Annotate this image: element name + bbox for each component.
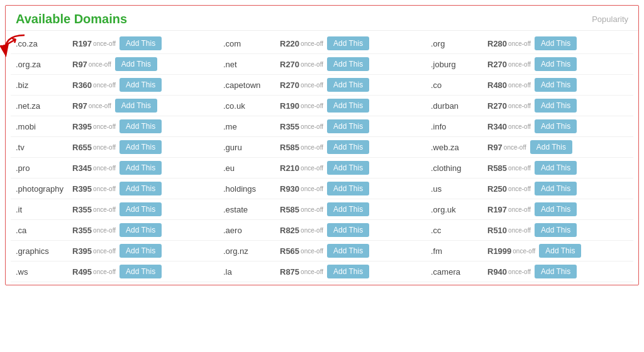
add-this-button[interactable]: Add This bbox=[535, 161, 577, 175]
domain-price: R655 bbox=[72, 143, 92, 152]
add-this-button[interactable]: Add This bbox=[327, 119, 369, 133]
domain-name: .camera bbox=[431, 267, 487, 277]
domain-price: R395 bbox=[72, 246, 92, 256]
add-this-button[interactable]: Add This bbox=[327, 244, 369, 258]
add-this-button[interactable]: Add This bbox=[115, 57, 157, 71]
domain-name: .graphics bbox=[16, 246, 72, 256]
domain-name: .mobi bbox=[16, 122, 72, 131]
domain-once-off: once-off bbox=[301, 227, 323, 234]
domain-once-off: once-off bbox=[93, 165, 116, 172]
domain-row: .photographyR395 once-offAdd This bbox=[11, 179, 218, 199]
domain-name: .org.uk bbox=[431, 205, 487, 214]
domain-name: .net bbox=[223, 60, 280, 69]
title-available: Available bbox=[16, 12, 70, 26]
domain-name: .capetown bbox=[223, 80, 280, 90]
domain-row: .estateR585 once-offAdd This bbox=[218, 199, 426, 220]
add-this-button[interactable]: Add This bbox=[535, 202, 577, 216]
domain-row: .wsR495 once-offAdd This bbox=[11, 261, 218, 282]
add-this-button[interactable]: Add This bbox=[119, 36, 162, 50]
domain-name: .co.uk bbox=[223, 101, 280, 111]
domain-row: .org.nzR565 once-offAdd This bbox=[218, 241, 426, 261]
domain-price: R270 bbox=[487, 101, 507, 111]
domain-price: R510 bbox=[487, 226, 507, 235]
domain-once-off: once-off bbox=[504, 144, 526, 151]
add-this-button[interactable]: Add This bbox=[535, 223, 577, 237]
add-this-button[interactable]: Add This bbox=[327, 140, 369, 154]
add-this-button[interactable]: Add This bbox=[119, 161, 162, 175]
add-this-button[interactable]: Add This bbox=[530, 140, 572, 154]
add-this-button[interactable]: Add This bbox=[539, 244, 581, 258]
domain-once-off: once-off bbox=[508, 165, 531, 172]
domain-price: R355 bbox=[280, 122, 299, 131]
domain-name: .aero bbox=[223, 226, 280, 235]
add-this-button[interactable]: Add This bbox=[535, 99, 577, 113]
domain-price: R270 bbox=[280, 80, 299, 90]
add-this-button[interactable]: Add This bbox=[327, 202, 369, 216]
domain-row: .infoR340 once-offAdd This bbox=[426, 116, 633, 137]
domain-name: .info bbox=[431, 122, 487, 131]
domain-price: R585 bbox=[487, 163, 507, 173]
add-this-button[interactable]: Add This bbox=[119, 140, 162, 154]
domain-name: .joburg bbox=[431, 60, 487, 69]
domain-once-off: once-off bbox=[301, 61, 323, 68]
add-this-button[interactable]: Add This bbox=[119, 78, 162, 92]
domain-row: .caR355 once-offAdd This bbox=[11, 220, 218, 241]
add-this-button[interactable]: Add This bbox=[535, 57, 577, 71]
domain-once-off: once-off bbox=[301, 102, 323, 109]
domain-price: R190 bbox=[280, 101, 299, 111]
domain-name: .co.za bbox=[16, 39, 72, 48]
add-this-button[interactable]: Add This bbox=[119, 202, 162, 216]
domain-price: R495 bbox=[72, 267, 92, 277]
red-arrow-icon: ⟶ bbox=[0, 32, 20, 54]
domain-name: .cc bbox=[431, 226, 487, 235]
domain-name: .com bbox=[223, 39, 280, 48]
domain-price: R940 bbox=[487, 267, 507, 277]
add-this-button[interactable]: Add This bbox=[119, 182, 162, 195]
domain-once-off: once-off bbox=[301, 248, 323, 255]
domain-price: R395 bbox=[72, 184, 92, 194]
domain-price: R360 bbox=[72, 80, 92, 90]
add-this-button[interactable]: Add This bbox=[119, 265, 162, 278]
add-this-button[interactable]: Add This bbox=[119, 119, 162, 133]
add-this-button[interactable]: Add This bbox=[119, 244, 162, 258]
add-this-button[interactable]: Add This bbox=[327, 265, 369, 278]
domain-once-off: once-off bbox=[93, 144, 116, 151]
domain-once-off: once-off bbox=[93, 40, 116, 47]
add-this-button[interactable]: Add This bbox=[327, 78, 369, 92]
add-this-button[interactable]: Add This bbox=[535, 265, 577, 278]
domain-once-off: once-off bbox=[508, 206, 531, 213]
add-this-button[interactable]: Add This bbox=[327, 36, 369, 50]
domain-once-off: once-off bbox=[301, 40, 323, 47]
domain-once-off: once-off bbox=[93, 123, 116, 130]
add-this-button[interactable]: Add This bbox=[535, 182, 577, 195]
domain-name: .org.nz bbox=[223, 246, 280, 256]
add-this-button[interactable]: Add This bbox=[535, 119, 577, 133]
add-this-button[interactable]: Add This bbox=[535, 78, 577, 92]
add-this-button[interactable]: Add This bbox=[535, 36, 577, 50]
domain-price: R585 bbox=[280, 143, 299, 152]
add-this-button[interactable]: Add This bbox=[115, 99, 157, 113]
domain-row: .net.zaR97 once-offAdd This bbox=[11, 96, 218, 116]
domain-row: .itR355 once-offAdd This bbox=[11, 199, 218, 220]
domain-row: .euR210 once-offAdd This bbox=[218, 158, 426, 179]
add-this-button[interactable]: Add This bbox=[327, 57, 369, 71]
add-this-button[interactable]: Add This bbox=[327, 161, 369, 175]
add-this-button[interactable]: Add This bbox=[327, 182, 369, 195]
domain-once-off: once-off bbox=[93, 206, 116, 213]
domain-price: R355 bbox=[72, 205, 92, 214]
domain-name: .org bbox=[431, 39, 487, 48]
add-this-button[interactable]: Add This bbox=[327, 99, 369, 113]
domain-row: .org.zaR97 once-offAdd This bbox=[11, 54, 218, 75]
add-this-button[interactable]: Add This bbox=[327, 223, 369, 237]
domain-row: .co.ukR190 once-offAdd This bbox=[218, 96, 426, 116]
domain-price: R345 bbox=[72, 163, 92, 173]
domain-price: R97 bbox=[72, 60, 87, 69]
domain-price: R565 bbox=[280, 246, 299, 256]
domain-once-off: once-off bbox=[93, 248, 116, 255]
domain-row: .mobiR395 once-offAdd This bbox=[11, 116, 218, 137]
domain-name: .clothing bbox=[431, 163, 487, 173]
domain-once-off: once-off bbox=[508, 123, 531, 130]
domain-once-off: once-off bbox=[508, 185, 531, 192]
available-domains-panel: Available Domains Popularity ⟶.co.zaR197… bbox=[5, 5, 639, 285]
add-this-button[interactable]: Add This bbox=[119, 223, 162, 237]
